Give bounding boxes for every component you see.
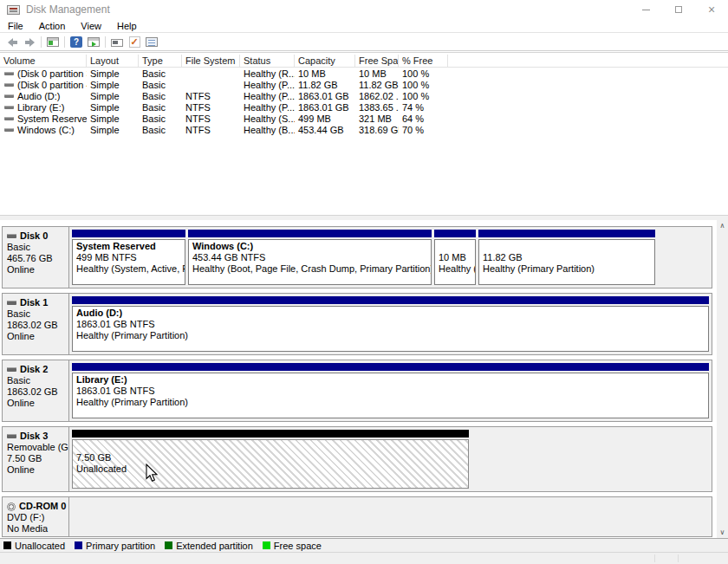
minimize-icon [642,10,650,10]
partition-system-reserved[interactable]: System Reserved 499 MB NTFS Healthy (Sys… [72,230,185,285]
legend-label: Extended partition [176,541,253,551]
capacity-cell: 10 MB [295,68,355,79]
disk-kind: Basic [7,308,68,320]
menu-help[interactable]: Help [109,21,145,31]
partition-color-bar [72,230,185,237]
layout-cell: Simple [87,102,139,113]
forward-button[interactable] [21,35,38,49]
partition-body: Audio (D:) 1863.01 GB NTFS Healthy (Prim… [72,306,709,352]
free-space-cell: 321 MB [355,113,399,124]
vertical-scrollbar[interactable]: ∧ ∨ [717,220,728,538]
layout-cell: Simple [87,113,139,124]
show-window-button[interactable] [85,35,102,49]
toolbar-separator [41,36,42,48]
pct-free-cell: 100 % [399,68,448,79]
partition-windows-c[interactable]: Windows (C:) 453.44 GB NTFS Healthy (Boo… [188,230,432,285]
help-button[interactable]: ? [68,35,85,49]
menu-view[interactable]: View [73,21,109,31]
layout-cell: Simple [87,68,139,79]
column-header-type[interactable]: Type [139,55,182,67]
volume-cell: Library (E:) [0,102,87,113]
table-row[interactable]: (Disk 0 partition 3) Simple Basic Health… [0,68,728,79]
free-space-cell: 318.69 GB [355,125,399,135]
disk-graph-pane: Disk 0 Basic 465.76 GB Online System Res… [0,220,728,538]
toolbar-separator [64,36,65,48]
column-header-pct-free[interactable]: % Free [399,55,448,67]
maximize-icon [675,6,682,13]
properties-button[interactable] [143,35,160,49]
column-header-layout[interactable]: Layout [87,55,139,67]
disk-3-graph: 7.50 GB Unallocated [69,427,712,491]
console-window-button[interactable] [44,35,62,49]
volume-icon [4,117,14,120]
partition-body: Library (E:) 1863.01 GB NTFS Healthy (Pr… [72,373,709,418]
menu-action[interactable]: Action [31,21,74,31]
partition-library-e[interactable]: Library (E:) 1863.01 GB NTFS Healthy (Pr… [72,363,709,418]
volume-cell: (Disk 0 partition 4) [0,80,87,90]
app-icon [7,5,20,15]
column-header-volume[interactable]: Volume [0,55,87,67]
table-row[interactable]: (Disk 0 partition 4) Simple Basic Health… [0,79,728,90]
file-system-cell: NTFS [182,102,240,113]
column-header-free-space[interactable]: Free Spa... [355,55,399,67]
disk-0-row: Disk 0 Basic 465.76 GB Online System Res… [2,226,712,288]
legend-label: Unallocated [15,541,65,551]
disk-1-graph: Audio (D:) 1863.01 GB NTFS Healthy (Prim… [69,294,712,354]
status-bar [0,552,728,564]
partition-11gb[interactable]: 11.82 GB Healthy (Primary Partition) [478,230,655,285]
back-button[interactable] [3,35,21,49]
volume-icon [4,128,14,132]
disk-size: 7.50 GB [7,453,68,464]
status-cell: Healthy (P... [240,102,295,113]
disk-2-label[interactable]: Disk 2 Basic 1863.02 GB Online [3,360,69,421]
check-action-button[interactable]: ✓ [126,35,143,49]
disk-kind: Removable (G:) [7,442,68,453]
disk-icon [7,367,16,372]
free-space-cell: 11.82 GB [355,80,399,90]
type-cell: Basic [139,125,182,135]
scroll-up-icon[interactable]: ∧ [717,220,728,231]
partition-body: 11.82 GB Healthy (Primary Partition) [478,239,655,285]
help-icon: ? [70,36,82,48]
menu-file[interactable]: File [0,21,31,31]
cdrom-0-row: CD-ROM 0 DVD (F:) No Media [2,496,712,537]
minimize-button[interactable] [629,0,662,19]
menu-bar: File Action View Help [0,19,728,33]
volume-icon [4,106,14,109]
file-system-cell: NTFS [182,113,240,124]
popup-menu-button[interactable] [108,35,126,49]
cdrom-0-label[interactable]: CD-ROM 0 DVD (F:) No Media [3,497,69,536]
scroll-down-icon[interactable]: ∨ [717,527,728,538]
disk-0-label[interactable]: Disk 0 Basic 465.76 GB Online [3,227,69,288]
column-header-capacity[interactable]: Capacity [295,55,355,67]
table-row[interactable]: Audio (D:) Simple Basic NTFS Healthy (P.… [0,90,728,101]
file-system-cell: NTFS [182,125,240,135]
volume-cell: Windows (C:) [0,125,87,135]
table-row[interactable]: Windows (C:) Simple Basic NTFS Healthy (… [0,124,728,135]
disk-1-label[interactable]: Disk 1 Basic 1863.02 GB Online [3,294,69,354]
table-row[interactable]: Library (E:) Simple Basic NTFS Healthy (… [0,101,728,113]
legend-swatch-primary [75,541,82,549]
capacity-cell: 1863.01 GB [295,102,355,113]
disk-size: 465.76 GB [7,253,68,264]
partition-10mb[interactable]: 10 MB Healthy (P [434,230,476,285]
partition-audio-d[interactable]: Audio (D:) 1863.01 GB NTFS Healthy (Prim… [72,296,709,352]
disk-3-label[interactable]: Disk 3 Removable (G:) 7.50 GB Online [3,427,69,491]
capacity-cell: 453.44 GB [295,125,355,135]
unallocated-region[interactable]: 7.50 GB Unallocated [72,430,469,489]
cdrom-0-graph [69,497,712,536]
maximize-button[interactable] [662,0,695,19]
forward-arrow-icon [25,38,35,47]
console-window-icon [47,37,59,47]
legend-swatch-free [263,541,270,549]
column-header-status[interactable]: Status [240,55,295,67]
volume-icon [4,72,14,75]
file-system-cell: NTFS [182,91,240,101]
legend-primary-partition: Primary partition [75,541,155,551]
close-button[interactable]: × [695,0,728,19]
column-header-file-system[interactable]: File System [182,55,240,67]
free-space-cell: 1383.65 ... [355,102,399,113]
table-row[interactable]: System Reserved Simple Basic NTFS Health… [0,113,728,124]
disk-1-row: Disk 1 Basic 1863.02 GB Online Audio (D:… [2,293,712,355]
pct-free-cell: 64 % [399,113,448,124]
